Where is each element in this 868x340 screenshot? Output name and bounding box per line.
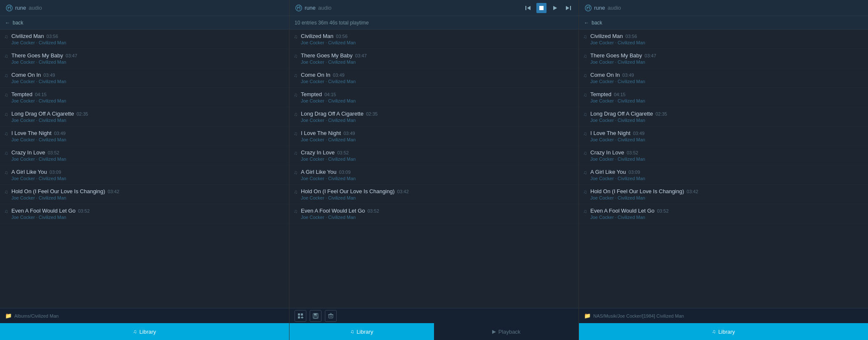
track-item[interactable]: ♫ Even A Fool Would Let Go 03:52 Joe Coc… <box>289 204 579 224</box>
track-list-right: ♫ Civilized Man 03:56 Joe Cocker · Civil… <box>579 30 868 308</box>
next-button[interactable] <box>563 3 573 13</box>
track-title: Even A Fool Would Let Go <box>301 208 365 214</box>
status-text-left: 📁 Albums/Civilized Man <box>5 313 59 319</box>
track-info: Civilized Man 03:56 Joe Cocker · Civiliz… <box>590 33 864 45</box>
track-info: There Goes My Baby 03:47 Joe Cocker · Ci… <box>11 52 285 65</box>
note-icon: ♫ <box>4 208 8 214</box>
play-button[interactable] <box>550 3 560 13</box>
track-info: Crazy In Love 03:52 Joe Cocker · Civiliz… <box>590 149 864 162</box>
track-info: Long Drag Off A Cigarette 02:35 Joe Cock… <box>590 111 864 123</box>
track-duration: 02:35 <box>77 111 88 116</box>
playback-button-middle[interactable]: ▶ Playback <box>434 323 579 340</box>
track-info: I Love The Night 03:49 Joe Cocker · Civi… <box>590 130 864 142</box>
library-label-middle: Library <box>356 329 373 335</box>
music-icon-middle: ♫ <box>350 329 354 335</box>
bottom-nav-middle: ♫ Library ▶ Playback <box>289 323 579 340</box>
track-item[interactable]: ♫ Hold On (I Feel Our Love Is Changing) … <box>289 185 579 204</box>
track-title: I Love The Night <box>301 130 341 136</box>
track-info: Crazy In Love 03:52 Joe Cocker · Civiliz… <box>11 149 285 162</box>
track-subtitle: Joe Cocker · Civilized Man <box>301 176 574 181</box>
library-button-right[interactable]: ♫ Library <box>579 323 868 340</box>
track-title: Tempted <box>301 91 322 97</box>
track-item[interactable]: ♫ I Love The Night 03:49 Joe Cocker · Ci… <box>289 127 579 146</box>
panel-middle-subheader: 10 entries 36m 46s total playtime <box>289 16 579 30</box>
track-item[interactable]: ♫ A Girl Like You 03:09 Joe Cocker · Civ… <box>0 165 289 185</box>
track-item[interactable]: ♫ Tempted 04:15 Joe Cocker · Civilized M… <box>0 88 289 107</box>
track-title: Come On In <box>590 72 620 78</box>
track-item[interactable]: ♫ Tempted 04:15 Joe Cocker · Civilized M… <box>579 88 868 107</box>
track-item[interactable]: ♫ There Goes My Baby 03:47 Joe Cocker · … <box>0 49 289 68</box>
back-button-right[interactable]: ← back <box>584 20 602 26</box>
rune-text-right: rune <box>594 5 605 11</box>
rune-icon-middle <box>295 4 303 12</box>
svg-rect-10 <box>298 316 300 318</box>
track-item[interactable]: ♫ Come On In 03:49 Joe Cocker · Civilize… <box>0 68 289 88</box>
library-button-middle[interactable]: ♫ Library <box>289 323 434 340</box>
note-icon: ♫ <box>583 111 587 117</box>
track-title-line: A Girl Like You 03:09 <box>590 169 864 175</box>
track-info: Hold On (I Feel Our Love Is Changing) 03… <box>11 188 285 200</box>
track-item[interactable]: ♫ Long Drag Off A Cigarette 02:35 Joe Co… <box>0 107 289 127</box>
track-item[interactable]: ♫ Crazy In Love 03:52 Joe Cocker · Civil… <box>579 146 868 165</box>
track-title: Crazy In Love <box>301 149 335 156</box>
bottom-nav-left: ♫ Library <box>0 323 289 340</box>
status-bar-left: 📁 Albums/Civilized Man <box>0 308 289 323</box>
svg-marker-5 <box>553 6 557 10</box>
playback-label-middle: Playback <box>498 329 521 335</box>
track-title: Crazy In Love <box>590 149 624 156</box>
track-duration: 03:52 <box>627 150 638 155</box>
stop-button[interactable] <box>536 3 547 13</box>
status-bar-right: 📁 NAS/Musik/Joe Cocker/[1984] Civilized … <box>579 308 868 323</box>
rune-text-left: rune <box>15 5 26 11</box>
note-icon: ♫ <box>4 73 8 78</box>
track-title: Long Drag Off A Cigarette <box>301 111 364 117</box>
note-icon: ♫ <box>294 92 297 98</box>
track-duration: 03:47 <box>645 53 656 58</box>
track-subtitle: Joe Cocker · Civilized Man <box>590 40 864 45</box>
add-playlist-icon[interactable] <box>295 310 306 322</box>
track-item[interactable]: ♫ Even A Fool Would Let Go 03:52 Joe Coc… <box>0 204 289 224</box>
track-duration: 03:09 <box>50 170 62 175</box>
play-icon-middle: ▶ <box>492 329 496 335</box>
track-item[interactable]: ♫ Hold On (I Feel Our Love Is Changing) … <box>579 185 868 204</box>
track-info: I Love The Night 03:49 Joe Cocker · Civi… <box>301 130 574 142</box>
track-info: A Girl Like You 03:09 Joe Cocker · Civil… <box>301 169 574 181</box>
folder-icon-left: 📁 <box>5 313 12 319</box>
track-item[interactable]: ♫ Long Drag Off A Cigarette 02:35 Joe Co… <box>579 107 868 127</box>
panel-left: rune audio ← back ♫ Civilized Man 03:56 … <box>0 0 289 340</box>
svg-rect-4 <box>539 6 544 10</box>
track-item[interactable]: ♫ I Love The Night 03:49 Joe Cocker · Ci… <box>579 127 868 146</box>
track-item[interactable]: ♫ There Goes My Baby 03:47 Joe Cocker · … <box>289 49 579 68</box>
note-icon: ♫ <box>583 170 587 175</box>
track-subtitle: Joe Cocker · Civilized Man <box>11 59 285 65</box>
track-title-line: Civilized Man 03:56 <box>590 33 864 39</box>
track-item[interactable]: ♫ Civilized Man 03:56 Joe Cocker · Civil… <box>579 30 868 49</box>
track-item[interactable]: ♫ There Goes My Baby 03:47 Joe Cocker · … <box>579 49 868 68</box>
library-label-right: Library <box>718 329 735 335</box>
track-item[interactable]: ♫ Tempted 04:15 Joe Cocker · Civilized M… <box>289 88 579 107</box>
track-title-line: Come On In 03:49 <box>11 72 285 78</box>
save-playlist-icon[interactable] <box>310 310 321 322</box>
track-item[interactable]: ♫ Come On In 03:49 Joe Cocker · Civilize… <box>579 68 868 88</box>
track-item[interactable]: ♫ I Love The Night 03:49 Joe Cocker · Ci… <box>0 127 289 146</box>
track-item[interactable]: ♫ A Girl Like You 03:09 Joe Cocker · Civ… <box>289 165 579 185</box>
track-item[interactable]: ♫ Come On In 03:49 Joe Cocker · Civilize… <box>289 68 579 88</box>
back-button-left[interactable]: ← back <box>5 20 23 26</box>
track-item[interactable]: ♫ Crazy In Love 03:52 Joe Cocker · Civil… <box>289 146 579 165</box>
track-subtitle: Joe Cocker · Civilized Man <box>11 40 285 45</box>
track-info: Civilized Man 03:56 Joe Cocker · Civiliz… <box>301 33 574 45</box>
panel-left-subheader: ← back <box>0 16 289 30</box>
track-item[interactable]: ♫ Civilized Man 03:56 Joe Cocker · Civil… <box>0 30 289 49</box>
library-button-left[interactable]: ♫ Library <box>0 323 289 340</box>
prev-button[interactable] <box>523 3 533 13</box>
track-title-line: A Girl Like You 03:09 <box>301 169 574 175</box>
track-item[interactable]: ♫ Even A Fool Would Let Go 03:52 Joe Coc… <box>579 204 868 224</box>
track-duration: 03:49 <box>54 131 66 136</box>
track-item[interactable]: ♫ Long Drag Off A Cigarette 02:35 Joe Co… <box>289 107 579 127</box>
track-item[interactable]: ♫ Civilized Man 03:56 Joe Cocker · Civil… <box>289 30 579 49</box>
track-item[interactable]: ♫ A Girl Like You 03:09 Joe Cocker · Civ… <box>579 165 868 185</box>
delete-playlist-icon[interactable] <box>325 310 337 322</box>
track-item[interactable]: ♫ Hold On (I Feel Our Love Is Changing) … <box>0 185 289 204</box>
track-item[interactable]: ♫ Crazy In Love 03:52 Joe Cocker · Civil… <box>0 146 289 165</box>
track-title: Come On In <box>301 72 330 78</box>
